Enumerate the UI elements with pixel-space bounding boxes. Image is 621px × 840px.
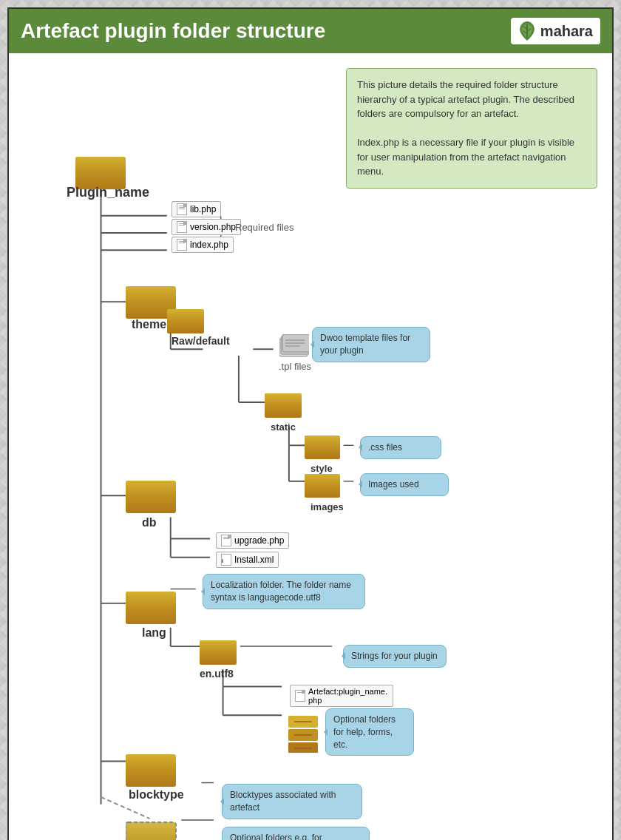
static-label: static (271, 420, 296, 433)
lang-folder (126, 584, 177, 628)
tpl-files-label: .tpl files (279, 359, 311, 373)
version-file: version.php (172, 219, 241, 235)
enutf8-folder (200, 634, 238, 668)
lib-file: lib.php (172, 201, 221, 217)
dwoo-tooltip: Dwoo template files for your plugin (312, 327, 430, 362)
svg-rect-55 (265, 393, 302, 418)
lang-tooltip: Localization folder. The folder name syn… (203, 574, 365, 609)
content-area: This picture details the required folder… (9, 53, 612, 840)
required-files-label: Required files (235, 220, 294, 234)
plugin-name-label: Plugin_name (67, 185, 149, 200)
install-file: i Install.xml (216, 552, 279, 568)
diagram: Plugin_name lib.php (16, 61, 605, 840)
svg-rect-71 (288, 742, 318, 753)
raw-default-folder (167, 303, 206, 337)
lang-label: lang (142, 626, 166, 640)
index-file: index.php (172, 237, 234, 253)
svg-rect-59 (305, 474, 340, 498)
db-label: db (142, 516, 157, 529)
raw-default-label: Raw/default (172, 334, 230, 348)
images-label: images (310, 500, 344, 513)
svg-rect-47 (167, 309, 204, 333)
svg-rect-63 (126, 592, 176, 624)
theme-label: theme (132, 318, 166, 331)
optional-help-tooltip: Optional folders for help, forms, etc. (325, 708, 414, 756)
upgrade-file: upgrade.php (216, 532, 289, 549)
header: Artefact plugin folder structure mahara (9, 9, 612, 53)
enutf8-label: en.utf8 (200, 667, 234, 680)
images-folder (305, 469, 342, 501)
page-title: Artefact plugin folder structure (21, 19, 325, 43)
mahara-leaf-icon (518, 21, 536, 41)
strings-tooltip: Strings for your plugin (343, 645, 447, 668)
artefact-file: Artefact:plugin_name.php (290, 685, 393, 707)
mahara-logo: mahara (511, 18, 600, 44)
db-folder (126, 473, 177, 517)
svg-rect-78 (126, 822, 176, 840)
images-tooltip: Images used (360, 473, 449, 496)
template-stack-icon (279, 334, 309, 361)
blocktype-tooltip: Blocktypes associated with artefact (222, 784, 362, 819)
optional-js-tooltip: Optional folders e.g. for javascript (222, 827, 370, 840)
style-folder (305, 430, 342, 463)
svg-rect-76 (126, 754, 176, 787)
svg-rect-57 (305, 436, 340, 459)
main-container: Artefact plugin folder structure mahara … (7, 7, 614, 840)
optional-folder-dashed (126, 815, 177, 840)
svg-rect-61 (126, 481, 176, 513)
optional-folders-icon (288, 708, 319, 756)
blocktype-label: blocktype (129, 788, 184, 802)
blocktype-folder (126, 747, 177, 790)
static-folder (265, 387, 303, 421)
svg-rect-65 (200, 640, 237, 665)
css-tooltip: .css files (360, 436, 441, 459)
